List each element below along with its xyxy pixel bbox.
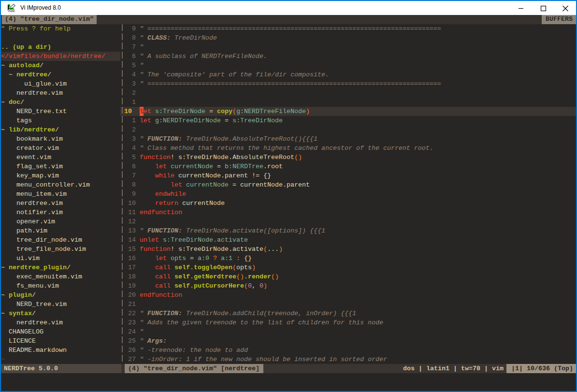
- svg-text:om: om: [8, 7, 14, 12]
